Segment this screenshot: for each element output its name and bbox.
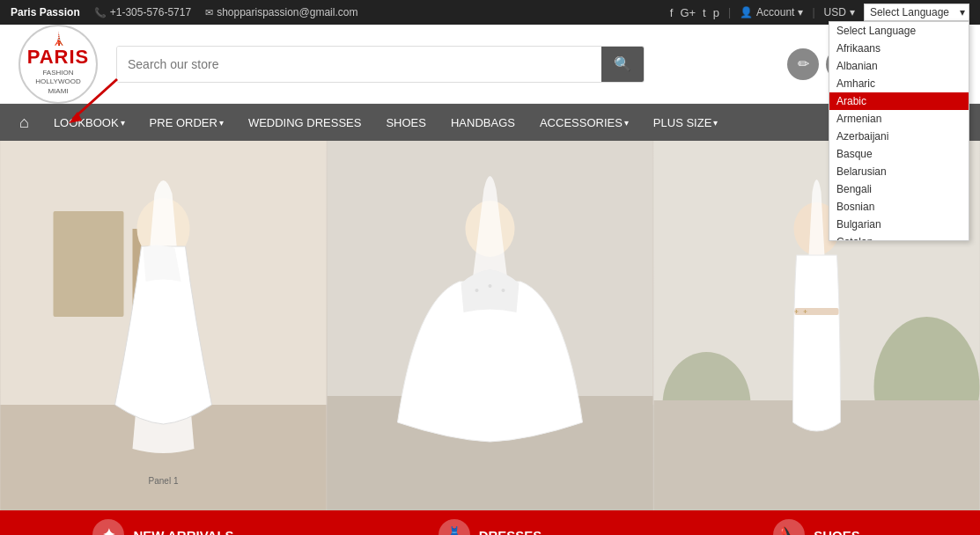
eiffel-icon: 🗼	[51, 32, 66, 46]
lang-option-afrikaans[interactable]: Afrikaans	[829, 40, 969, 57]
new-arrivals-icon-wrap: ✦	[92, 519, 124, 535]
svg-point-14	[489, 284, 492, 288]
brand-name: Paris Passion	[11, 6, 80, 18]
category-dresses[interactable]: 👗 DRESSES	[327, 510, 653, 535]
logo[interactable]: 🗼 PARIS FASHION HOLLYWOOD MIAMI	[14, 31, 102, 97]
twitter-icon[interactable]: t	[703, 6, 706, 19]
nav-lookbook[interactable]: LOOKBOOK ▾	[41, 104, 137, 141]
dress-image-1: Panel 1	[0, 141, 327, 510]
svg-rect-22	[795, 308, 839, 315]
search-bar: 🔍	[116, 46, 645, 83]
lang-option-armenian[interactable]: Armenian	[829, 110, 969, 128]
lang-option-albanian[interactable]: Albanian	[829, 57, 969, 75]
facebook-icon[interactable]: f	[670, 6, 674, 19]
account-icon: 👤	[740, 6, 753, 18]
svg-point-13	[475, 289, 479, 292]
svg-point-15	[502, 289, 505, 292]
dress-image-2	[327, 141, 653, 510]
dress-panel-1: Panel 1	[0, 141, 327, 510]
logo-circle: 🗼 PARIS FASHION HOLLYWOOD MIAMI	[18, 25, 98, 104]
logo-paris-text: PARIS	[27, 46, 90, 69]
lang-option-azerbaijani[interactable]: Azerbaijani	[829, 128, 969, 145]
accessories-dropdown-icon: ▾	[624, 118, 629, 128]
nav-accessories[interactable]: ACCESSORIES ▾	[527, 104, 641, 141]
home-icon: ⌂	[19, 114, 29, 132]
edit-button[interactable]: ✏	[787, 48, 819, 80]
category-bar: ✦ NEW ARRIVALS 👗 DRESSES 👠 SHOES	[0, 510, 980, 535]
svg-rect-4	[54, 211, 124, 317]
account-dropdown-icon: ▾	[798, 6, 803, 18]
search-icon: 🔍	[614, 55, 631, 72]
logo-subtext: FASHION HOLLYWOOD MIAMI	[35, 69, 80, 96]
preorder-dropdown-icon: ▾	[219, 118, 224, 128]
new-arrivals-label: NEW ARRIVALS	[133, 528, 233, 536]
language-dropdown: Select Language Afrikaans Albanian Amhar…	[829, 21, 969, 241]
shoes-icon-wrap: 👠	[773, 519, 805, 535]
top-bar: Paris Passion +1-305-576-5717 shopparisp…	[0, 0, 980, 25]
new-arrivals-icon: ✦	[102, 525, 115, 535]
phone-number: +1-305-576-5717	[94, 6, 191, 18]
lang-option-bosnian[interactable]: Bosnian	[829, 198, 969, 216]
shoes-label: SHOES	[814, 528, 860, 536]
divider2: |	[812, 6, 814, 18]
shoes-icon: 👠	[779, 525, 799, 535]
nav-shoes[interactable]: SHOES	[373, 104, 438, 141]
dresses-icon-wrap: 👗	[438, 519, 470, 535]
category-new-arrivals[interactable]: ✦ NEW ARRIVALS	[0, 510, 327, 535]
svg-text:Panel 1: Panel 1	[149, 476, 179, 486]
lang-option-bulgarian[interactable]: Bulgarian	[829, 216, 969, 233]
social-icons: f G+ t p	[670, 6, 719, 19]
pinterest-icon[interactable]: p	[713, 6, 719, 19]
search-input[interactable]	[117, 47, 601, 82]
lang-option-catalan[interactable]: Catalan	[829, 233, 969, 241]
language-dropdown-arrow: ▾	[960, 6, 965, 18]
search-button[interactable]: 🔍	[601, 47, 644, 82]
account-button[interactable]: 👤 Account ▾	[740, 6, 803, 18]
lang-option-bengali[interactable]: Bengali	[829, 180, 969, 198]
language-selector-wrapper: Select Language ▾ Select Language Afrika…	[864, 4, 969, 21]
lang-option-basque[interactable]: Basque	[829, 145, 969, 163]
nav-wedding-dresses[interactable]: WEDDING DRESSES	[236, 104, 374, 141]
language-select-button[interactable]: Select Language ▾	[864, 4, 969, 21]
currency-button[interactable]: USD ▾	[824, 6, 855, 18]
currency-dropdown-icon: ▾	[850, 6, 855, 18]
divider: |	[728, 6, 731, 18]
lang-option-belarusian[interactable]: Belarusian	[829, 163, 969, 180]
lang-option-select-language[interactable]: Select Language	[829, 22, 969, 40]
nav-home[interactable]: ⌂	[7, 104, 41, 141]
lookbook-dropdown-icon: ▾	[121, 118, 125, 128]
nav-preorder[interactable]: PRE ORDER ▾	[137, 104, 236, 141]
lang-option-arabic[interactable]: Arabic	[829, 92, 969, 110]
dresses-icon: 👗	[445, 525, 464, 535]
mail-icon	[205, 6, 213, 18]
lang-option-amharic[interactable]: Amharic	[829, 75, 969, 92]
googleplus-icon[interactable]: G+	[680, 6, 696, 19]
nav-plus-size[interactable]: PLUS SIZE ▾	[641, 104, 730, 141]
dress-panel-2	[327, 141, 653, 510]
category-shoes[interactable]: 👠 SHOES	[653, 510, 980, 535]
top-bar-right: f G+ t p | 👤 Account ▾ | USD ▾ Select La…	[670, 4, 969, 21]
top-bar-left: Paris Passion +1-305-576-5717 shopparisp…	[11, 6, 357, 18]
phone-icon	[94, 6, 107, 18]
nav-handbags[interactable]: HANDBAGS	[438, 104, 527, 141]
dresses-label: DRESSES	[479, 528, 542, 536]
email-address: shopparispassion@gmail.com	[205, 6, 357, 18]
plussize-dropdown-icon: ▾	[713, 118, 718, 128]
